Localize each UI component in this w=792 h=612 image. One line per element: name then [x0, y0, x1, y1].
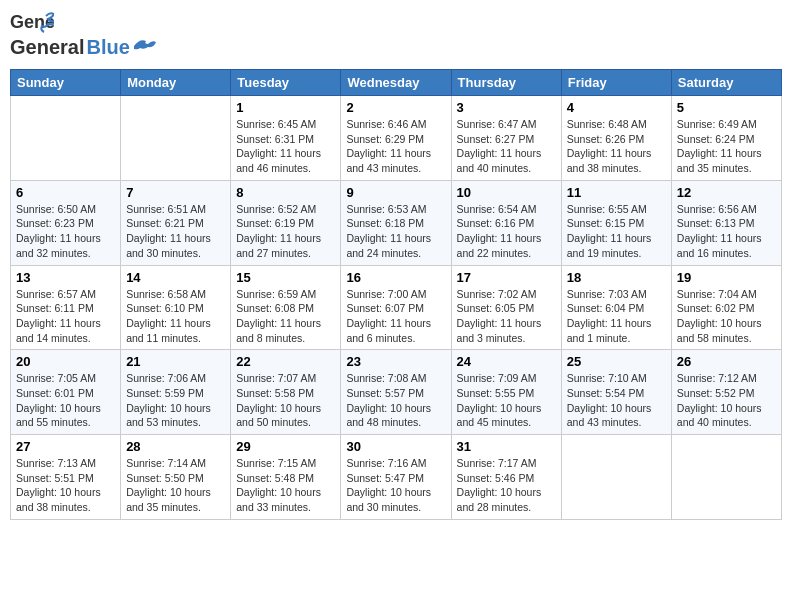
day-number: 6	[16, 185, 115, 200]
sunset-text: Sunset: 5:48 PM	[236, 472, 314, 484]
sunrise-text: Sunrise: 6:50 AM	[16, 203, 96, 215]
day-info: Sunrise: 6:58 AM Sunset: 6:10 PM Dayligh…	[126, 287, 225, 346]
day-number: 5	[677, 100, 776, 115]
daylight-text: Daylight: 10 hours and 30 minutes.	[346, 486, 431, 513]
day-info: Sunrise: 6:46 AM Sunset: 6:29 PM Dayligh…	[346, 117, 445, 176]
daylight-text: Daylight: 11 hours and 32 minutes.	[16, 232, 101, 259]
sunset-text: Sunset: 6:13 PM	[677, 217, 755, 229]
daylight-text: Daylight: 11 hours and 43 minutes.	[346, 147, 431, 174]
page-header: General General Blue	[10, 10, 782, 59]
sunrise-text: Sunrise: 7:03 AM	[567, 288, 647, 300]
sunset-text: Sunset: 5:46 PM	[457, 472, 535, 484]
calendar-cell	[11, 96, 121, 181]
day-info: Sunrise: 7:08 AM Sunset: 5:57 PM Dayligh…	[346, 371, 445, 430]
day-number: 4	[567, 100, 666, 115]
day-number: 28	[126, 439, 225, 454]
daylight-text: Daylight: 11 hours and 22 minutes.	[457, 232, 542, 259]
sunrise-text: Sunrise: 7:14 AM	[126, 457, 206, 469]
logo-text-blue: Blue	[86, 36, 129, 59]
day-info: Sunrise: 7:17 AM Sunset: 5:46 PM Dayligh…	[457, 456, 556, 515]
daylight-text: Daylight: 10 hours and 45 minutes.	[457, 402, 542, 429]
day-info: Sunrise: 6:51 AM Sunset: 6:21 PM Dayligh…	[126, 202, 225, 261]
calendar-cell: 31 Sunrise: 7:17 AM Sunset: 5:46 PM Dayl…	[451, 435, 561, 520]
sunrise-text: Sunrise: 7:02 AM	[457, 288, 537, 300]
calendar-cell: 12 Sunrise: 6:56 AM Sunset: 6:13 PM Dayl…	[671, 180, 781, 265]
sunrise-text: Sunrise: 6:53 AM	[346, 203, 426, 215]
day-number: 31	[457, 439, 556, 454]
day-info: Sunrise: 7:06 AM Sunset: 5:59 PM Dayligh…	[126, 371, 225, 430]
daylight-text: Daylight: 11 hours and 27 minutes.	[236, 232, 321, 259]
daylight-text: Daylight: 11 hours and 14 minutes.	[16, 317, 101, 344]
day-number: 20	[16, 354, 115, 369]
calendar-cell: 3 Sunrise: 6:47 AM Sunset: 6:27 PM Dayli…	[451, 96, 561, 181]
day-number: 3	[457, 100, 556, 115]
daylight-text: Daylight: 11 hours and 40 minutes.	[457, 147, 542, 174]
calendar-header-friday: Friday	[561, 70, 671, 96]
calendar-cell: 13 Sunrise: 6:57 AM Sunset: 6:11 PM Dayl…	[11, 265, 121, 350]
logo-icon: General	[10, 10, 54, 46]
calendar-cell: 2 Sunrise: 6:46 AM Sunset: 6:29 PM Dayli…	[341, 96, 451, 181]
calendar-cell: 29 Sunrise: 7:15 AM Sunset: 5:48 PM Dayl…	[231, 435, 341, 520]
day-number: 16	[346, 270, 445, 285]
calendar-cell: 21 Sunrise: 7:06 AM Sunset: 5:59 PM Dayl…	[121, 350, 231, 435]
sunset-text: Sunset: 6:19 PM	[236, 217, 314, 229]
daylight-text: Daylight: 10 hours and 40 minutes.	[677, 402, 762, 429]
sunset-text: Sunset: 6:18 PM	[346, 217, 424, 229]
daylight-text: Daylight: 10 hours and 53 minutes.	[126, 402, 211, 429]
calendar-cell: 26 Sunrise: 7:12 AM Sunset: 5:52 PM Dayl…	[671, 350, 781, 435]
day-number: 26	[677, 354, 776, 369]
daylight-text: Daylight: 11 hours and 24 minutes.	[346, 232, 431, 259]
calendar-cell: 9 Sunrise: 6:53 AM Sunset: 6:18 PM Dayli…	[341, 180, 451, 265]
sunrise-text: Sunrise: 6:59 AM	[236, 288, 316, 300]
day-info: Sunrise: 6:45 AM Sunset: 6:31 PM Dayligh…	[236, 117, 335, 176]
sunrise-text: Sunrise: 7:10 AM	[567, 372, 647, 384]
day-number: 24	[457, 354, 556, 369]
calendar-cell: 7 Sunrise: 6:51 AM Sunset: 6:21 PM Dayli…	[121, 180, 231, 265]
day-info: Sunrise: 6:48 AM Sunset: 6:26 PM Dayligh…	[567, 117, 666, 176]
calendar-cell	[671, 435, 781, 520]
day-info: Sunrise: 6:56 AM Sunset: 6:13 PM Dayligh…	[677, 202, 776, 261]
calendar-header-monday: Monday	[121, 70, 231, 96]
day-number: 7	[126, 185, 225, 200]
sunset-text: Sunset: 6:05 PM	[457, 302, 535, 314]
day-number: 8	[236, 185, 335, 200]
calendar-cell: 16 Sunrise: 7:00 AM Sunset: 6:07 PM Dayl…	[341, 265, 451, 350]
day-info: Sunrise: 7:10 AM Sunset: 5:54 PM Dayligh…	[567, 371, 666, 430]
sunset-text: Sunset: 6:10 PM	[126, 302, 204, 314]
sunset-text: Sunset: 6:29 PM	[346, 133, 424, 145]
daylight-text: Daylight: 10 hours and 50 minutes.	[236, 402, 321, 429]
day-number: 30	[346, 439, 445, 454]
calendar-cell: 27 Sunrise: 7:13 AM Sunset: 5:51 PM Dayl…	[11, 435, 121, 520]
calendar-header-thursday: Thursday	[451, 70, 561, 96]
day-number: 27	[16, 439, 115, 454]
calendar-cell: 11 Sunrise: 6:55 AM Sunset: 6:15 PM Dayl…	[561, 180, 671, 265]
daylight-text: Daylight: 11 hours and 38 minutes.	[567, 147, 652, 174]
calendar-week-row: 6 Sunrise: 6:50 AM Sunset: 6:23 PM Dayli…	[11, 180, 782, 265]
day-info: Sunrise: 7:07 AM Sunset: 5:58 PM Dayligh…	[236, 371, 335, 430]
sunset-text: Sunset: 5:58 PM	[236, 387, 314, 399]
sunset-text: Sunset: 6:31 PM	[236, 133, 314, 145]
sunrise-text: Sunrise: 6:58 AM	[126, 288, 206, 300]
calendar-header-wednesday: Wednesday	[341, 70, 451, 96]
calendar-cell: 25 Sunrise: 7:10 AM Sunset: 5:54 PM Dayl…	[561, 350, 671, 435]
calendar-table: SundayMondayTuesdayWednesdayThursdayFrid…	[10, 69, 782, 520]
sunrise-text: Sunrise: 6:57 AM	[16, 288, 96, 300]
day-info: Sunrise: 7:00 AM Sunset: 6:07 PM Dayligh…	[346, 287, 445, 346]
day-number: 21	[126, 354, 225, 369]
calendar-cell: 18 Sunrise: 7:03 AM Sunset: 6:04 PM Dayl…	[561, 265, 671, 350]
daylight-text: Daylight: 10 hours and 33 minutes.	[236, 486, 321, 513]
daylight-text: Daylight: 11 hours and 3 minutes.	[457, 317, 542, 344]
calendar-cell: 15 Sunrise: 6:59 AM Sunset: 6:08 PM Dayl…	[231, 265, 341, 350]
calendar-cell: 24 Sunrise: 7:09 AM Sunset: 5:55 PM Dayl…	[451, 350, 561, 435]
daylight-text: Daylight: 11 hours and 35 minutes.	[677, 147, 762, 174]
sunset-text: Sunset: 5:47 PM	[346, 472, 424, 484]
sunrise-text: Sunrise: 6:56 AM	[677, 203, 757, 215]
sunrise-text: Sunrise: 7:16 AM	[346, 457, 426, 469]
day-info: Sunrise: 6:50 AM Sunset: 6:23 PM Dayligh…	[16, 202, 115, 261]
day-info: Sunrise: 7:12 AM Sunset: 5:52 PM Dayligh…	[677, 371, 776, 430]
calendar-cell: 20 Sunrise: 7:05 AM Sunset: 6:01 PM Dayl…	[11, 350, 121, 435]
sunset-text: Sunset: 6:26 PM	[567, 133, 645, 145]
daylight-text: Daylight: 10 hours and 58 minutes.	[677, 317, 762, 344]
sunset-text: Sunset: 5:54 PM	[567, 387, 645, 399]
sunrise-text: Sunrise: 7:09 AM	[457, 372, 537, 384]
